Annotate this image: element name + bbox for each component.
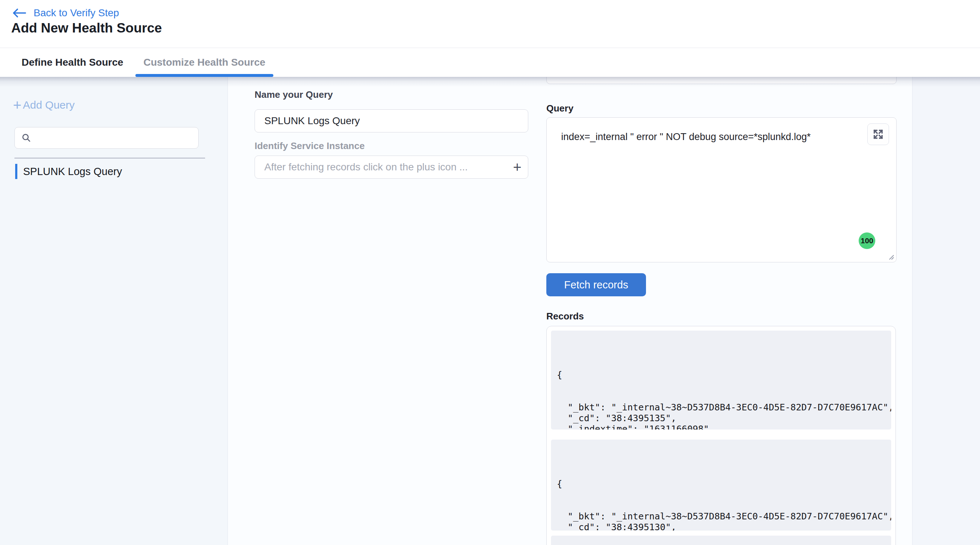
selected-indicator-bar (15, 164, 18, 179)
back-link-label: Back to Verify Step (33, 7, 119, 19)
back-to-verify-step-link[interactable]: Back to Verify Step (12, 7, 119, 19)
record-field-line: "_indextime": "1631166098", (551, 424, 891, 429)
record-field-line: "_bkt": "_internal~38~D537D8B4-3EC0-4D5E… (551, 402, 891, 413)
page-title: Add New Health Source (11, 21, 162, 36)
service-instance-field-wrap: + (255, 156, 528, 179)
page-header: Back to Verify Step Add New Health Sourc… (0, 0, 980, 48)
query-list-item-selected[interactable]: SPLUNK Logs Query (15, 164, 122, 179)
active-tab-underline (135, 74, 274, 77)
query-editor[interactable]: index=_internal " error " NOT debug sour… (546, 117, 897, 262)
name-query-label: Name your Query (255, 89, 333, 100)
sidebar-divider (14, 158, 205, 159)
arrow-left-icon (12, 8, 26, 18)
expand-icon (872, 129, 884, 140)
records-label: Records (546, 311, 584, 322)
record-open-brace: { (551, 478, 891, 489)
tab-bar: Define Health Source Customize Health So… (0, 48, 980, 77)
content-area: + Add Query SPLUNK Logs Query Name your … (0, 77, 980, 545)
search-icon (21, 133, 32, 143)
record-json: { "_bkt": "_internal~38~D537D8B4-3EC0-4D… (551, 330, 891, 429)
textarea-resize-handle[interactable] (886, 252, 895, 261)
record-field-line: "_cd": "38:4395130", (551, 522, 891, 531)
record-card: { "_bkt": "_internal~38~D537D8B4-3EC0-4D… (551, 440, 891, 531)
query-search-box (14, 127, 199, 149)
query-item-label: SPLUNK Logs Query (23, 166, 122, 178)
service-instance-input[interactable] (255, 156, 528, 178)
add-service-instance-plus-icon[interactable]: + (513, 158, 522, 176)
tab-define-health-source[interactable]: Define Health Source (21, 48, 124, 77)
add-query-label: Add Query (23, 99, 75, 111)
query-name-input[interactable] (255, 110, 528, 132)
right-gutter-panel (912, 77, 980, 545)
record-field-line: "_bkt": "_internal~38~D537D8B4-3EC0-4D5E… (551, 511, 891, 522)
fetch-records-button[interactable]: Fetch records (546, 273, 646, 296)
tab-customize-health-source[interactable]: Customize Health Source (135, 48, 274, 77)
add-query-button[interactable]: + Add Query (13, 98, 75, 112)
record-card-partial (551, 535, 891, 545)
query-name-field-wrap (255, 110, 528, 132)
record-field-line: "_cd": "38:4395135", (551, 413, 891, 424)
record-count-badge: 100 (859, 232, 875, 249)
record-open-brace: { (551, 370, 891, 380)
record-card: { "_bkt": "_internal~38~D537D8B4-3EC0-4D… (551, 330, 891, 429)
search-input[interactable] (36, 127, 198, 148)
query-text: index=_internal " error " NOT debug sour… (561, 131, 811, 143)
query-label: Query (546, 103, 573, 114)
query-sidebar: + Add Query SPLUNK Logs Query (0, 77, 228, 545)
record-json: { "_bkt": "_internal~38~D537D8B4-3EC0-4D… (551, 440, 891, 531)
plus-icon: + (13, 98, 21, 112)
records-panel: { "_bkt": "_internal~38~D537D8B4-3EC0-4D… (546, 326, 896, 545)
identify-service-instance-label: Identify Service Instance (255, 140, 365, 152)
expand-query-button[interactable] (867, 124, 889, 145)
scrolled-offscreen-input[interactable] (546, 77, 897, 84)
